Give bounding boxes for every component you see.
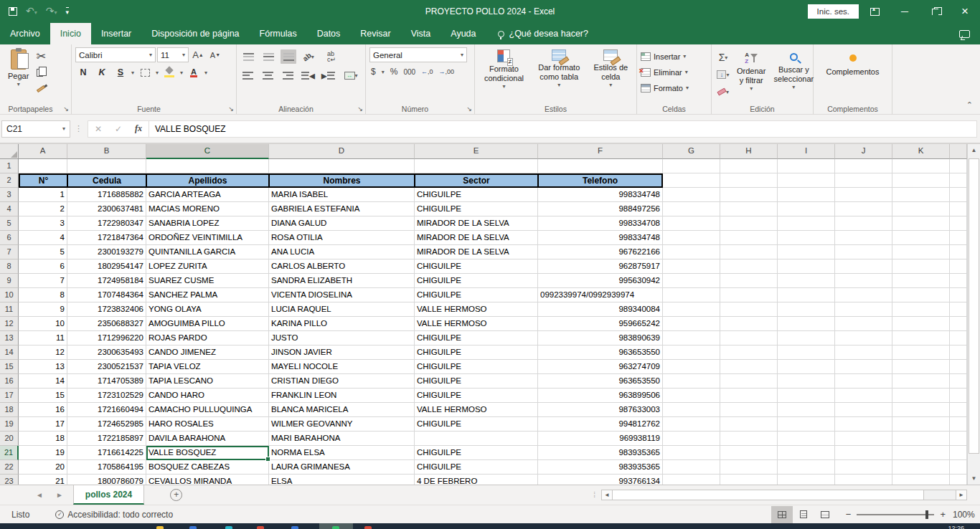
cell-D9[interactable]: SANDRA ELIZABETH — [269, 274, 415, 288]
format-as-table-button[interactable]: Dar formato como tabla▾ — [531, 47, 588, 103]
cell-A5[interactable]: 3 — [19, 216, 67, 231]
cell-H6[interactable] — [720, 231, 778, 245]
cell-J11[interactable] — [835, 302, 892, 317]
cell-partial-5[interactable] — [950, 216, 967, 231]
row-header-3[interactable]: 3 — [0, 188, 19, 202]
cell-K15[interactable] — [892, 360, 950, 374]
cell-A20[interactable]: 18 — [19, 432, 67, 446]
numero-dialog-launcher[interactable]: ↘ — [466, 105, 472, 113]
scroll-right-icon[interactable]: ► — [956, 490, 967, 500]
cell-C22[interactable]: BOSQUEZ CABEZAS — [146, 460, 269, 475]
redo-icon[interactable]: ↷▾ — [46, 6, 57, 18]
cell-K16[interactable] — [892, 374, 950, 389]
align-middle-button[interactable] — [260, 49, 276, 64]
cell-E9[interactable]: CHIGUILPE — [415, 274, 538, 288]
cell-K17[interactable] — [892, 389, 950, 403]
font-name-combobox[interactable]: Calibri▾ — [75, 47, 156, 62]
cell-D19[interactable]: WILMER GEOVANNY — [269, 417, 415, 432]
cell-B16[interactable]: 1714705389 — [67, 374, 146, 389]
cell-partial-19[interactable] — [950, 417, 967, 432]
cell-H11[interactable] — [720, 302, 778, 317]
wrap-text-button[interactable]: abc↵ — [321, 49, 342, 64]
page-break-view-button[interactable] — [814, 506, 836, 523]
cell-H8[interactable] — [720, 259, 778, 274]
cell-F13[interactable]: 983890639 — [538, 331, 663, 345]
cell-A6[interactable]: 4 — [19, 231, 67, 245]
cell-E12[interactable]: VALLE HERMOSO — [415, 317, 538, 331]
taskbar-icon-6[interactable] — [364, 526, 372, 529]
cell-E16[interactable]: CHIGUILPE — [415, 374, 538, 389]
cell-E13[interactable]: CHIGUILPE — [415, 331, 538, 345]
cell-A22[interactable]: 20 — [19, 460, 67, 475]
cell-B6[interactable]: 1721847364 — [67, 231, 146, 245]
cell-J3[interactable] — [835, 188, 892, 202]
row-header-11[interactable]: 11 — [0, 302, 19, 317]
format-painter-button[interactable] — [33, 82, 49, 96]
column-header-H[interactable]: H — [720, 144, 778, 159]
cell-K3[interactable] — [892, 188, 950, 202]
cell-B23[interactable]: 1800786079 — [67, 475, 146, 485]
cell-F14[interactable]: 963653550 — [538, 345, 663, 360]
tab-ayuda[interactable]: Ayuda — [440, 23, 486, 44]
cell-B9[interactable]: 1724958184 — [67, 274, 146, 288]
cell-A4[interactable]: 2 — [19, 202, 67, 216]
copy-button[interactable]: ▾ — [33, 65, 49, 80]
cell-G11[interactable] — [663, 302, 720, 317]
cut-button[interactable]: ✂ — [33, 49, 49, 63]
cell-H21[interactable] — [720, 446, 778, 460]
percent-format-button[interactable]: % — [390, 67, 398, 77]
cell-K4[interactable] — [892, 202, 950, 216]
cell-H2[interactable] — [720, 173, 778, 188]
cell-partial-12[interactable] — [950, 317, 967, 331]
cell-K9[interactable] — [892, 274, 950, 288]
prev-sheet-icon[interactable]: ◄ — [36, 491, 43, 499]
zoom-in-icon[interactable]: + — [940, 509, 946, 520]
zoom-slider[interactable] — [857, 514, 934, 515]
cell-A7[interactable]: 5 — [19, 245, 67, 259]
align-left-button[interactable] — [240, 68, 256, 82]
cell-D3[interactable]: MARIA ISABEL — [269, 188, 415, 202]
cell-B10[interactable]: 1707484364 — [67, 288, 146, 302]
cell-K19[interactable] — [892, 417, 950, 432]
cell-B4[interactable]: 2300637481 — [67, 202, 146, 216]
tab-disposicion[interactable]: Disposición de página — [141, 23, 249, 44]
cell-C16[interactable]: TAPIA LESCANO — [146, 374, 269, 389]
cell-I11[interactable] — [778, 302, 835, 317]
cell-F17[interactable]: 963899506 — [538, 389, 663, 403]
undo-icon[interactable]: ↶▾ — [26, 6, 37, 18]
cell-D1[interactable] — [269, 159, 415, 173]
namebox-splitter[interactable]: ⋮ — [70, 124, 88, 133]
cell-B19[interactable]: 1724652985 — [67, 417, 146, 432]
cell-J20[interactable] — [835, 432, 892, 446]
bold-button[interactable]: N — [75, 65, 91, 80]
cell-partial-6[interactable] — [950, 231, 967, 245]
increase-font-icon[interactable]: A▲ — [190, 48, 206, 62]
cell-partial-4[interactable] — [950, 202, 967, 216]
cell-F2[interactable]: Telefono — [538, 173, 663, 188]
cell-C1[interactable] — [146, 159, 269, 173]
increase-decimal-icon[interactable]: ←,0 — [421, 68, 433, 75]
cell-K5[interactable] — [892, 216, 950, 231]
cell-G17[interactable] — [663, 389, 720, 403]
cell-H5[interactable] — [720, 216, 778, 231]
align-top-button[interactable] — [240, 49, 256, 64]
cell-B12[interactable]: 2350688327 — [67, 317, 146, 331]
cell-K14[interactable] — [892, 345, 950, 360]
cell-E23[interactable]: 4 DE FEBRERO — [415, 475, 538, 485]
cell-J8[interactable] — [835, 259, 892, 274]
normal-view-button[interactable] — [771, 506, 793, 523]
row-header-16[interactable]: 16 — [0, 374, 19, 389]
cell-partial-14[interactable] — [950, 345, 967, 360]
cell-A14[interactable]: 12 — [19, 345, 67, 360]
cell-F7[interactable]: 967622166 — [538, 245, 663, 259]
cell-I4[interactable] — [778, 202, 835, 216]
cell-E4[interactable]: CHIGUILPE — [415, 202, 538, 216]
cell-F11[interactable]: 989340084 — [538, 302, 663, 317]
cell-F4[interactable]: 988497256 — [538, 202, 663, 216]
cell-J5[interactable] — [835, 216, 892, 231]
alineacion-dialog-launcher[interactable]: ↘ — [357, 105, 363, 113]
cell-A10[interactable]: 8 — [19, 288, 67, 302]
cell-I21[interactable] — [778, 446, 835, 460]
fill-button[interactable]: ↓▾ — [715, 67, 731, 82]
cell-G13[interactable] — [663, 331, 720, 345]
